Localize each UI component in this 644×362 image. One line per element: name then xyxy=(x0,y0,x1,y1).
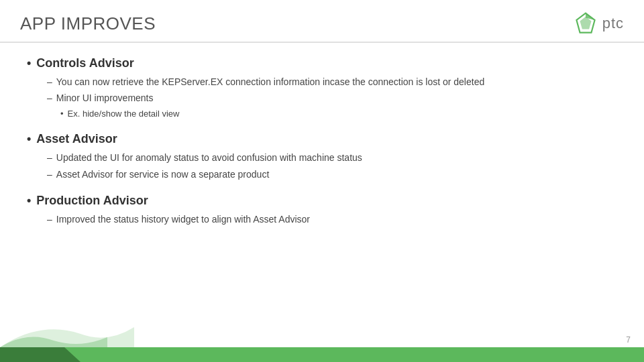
section-title-controls: • Controls Advisor xyxy=(27,56,617,70)
production-advisor-title: Production Advisor xyxy=(36,194,148,208)
list-item: – Improved the status history widget to … xyxy=(47,212,617,227)
dash-icon: – xyxy=(47,150,52,165)
sub-bullet-icon: • xyxy=(60,107,64,121)
section-production-advisor: • Production Advisor – Improved the stat… xyxy=(27,194,617,227)
slide: APP IMPROVES ptc • Controls Advisor – Yo… xyxy=(0,0,644,362)
bottom-bar xyxy=(0,347,644,362)
controls-sub-text-1: You can now retrieve the KEPServer.EX co… xyxy=(56,74,617,89)
controls-sub-sub-items: • Ex. hide/show the detail view xyxy=(47,107,617,121)
controls-sub-text-2: Minor UI improvements xyxy=(56,90,617,105)
asset-sub-text-1: Updated the UI for anomaly status to avo… xyxy=(56,150,617,165)
dash-icon: – xyxy=(47,74,52,89)
ptc-logo-icon xyxy=(574,12,597,35)
list-item: • Ex. hide/show the detail view xyxy=(60,107,617,121)
section-controls-advisor: • Controls Advisor – You can now retriev… xyxy=(27,56,617,120)
list-item: – Updated the UI for anomaly status to a… xyxy=(47,150,617,165)
list-item: – Minor UI improvements xyxy=(47,90,617,105)
dash-icon: – xyxy=(47,212,52,227)
production-sub-text-1: Improved the status history widget to al… xyxy=(56,212,617,227)
section-asset-advisor: • Asset Advisor – Updated the UI for ano… xyxy=(27,132,617,182)
page-number: 7 xyxy=(626,335,631,345)
list-item: – Asset Advisor for service is now a sep… xyxy=(47,167,617,182)
asset-advisor-subitems: – Updated the UI for anomaly status to a… xyxy=(27,150,617,182)
bullet-controls: • xyxy=(27,56,31,70)
content: • Controls Advisor – You can now retriev… xyxy=(0,43,644,245)
ptc-logo-text: ptc xyxy=(602,15,624,32)
dash-icon: – xyxy=(47,90,52,105)
header: APP IMPROVES ptc xyxy=(0,0,644,43)
asset-advisor-title: Asset Advisor xyxy=(36,132,117,146)
list-item: – You can now retrieve the KEPServer.EX … xyxy=(47,74,617,89)
production-advisor-subitems: – Improved the status history widget to … xyxy=(27,212,617,227)
bottom-bar-accent xyxy=(0,347,80,362)
section-title-production: • Production Advisor xyxy=(27,194,617,208)
section-title-asset: • Asset Advisor xyxy=(27,132,617,146)
controls-advisor-title: Controls Advisor xyxy=(36,56,133,70)
page-title: APP IMPROVES xyxy=(20,13,156,34)
bottom-decoration xyxy=(0,307,134,347)
ptc-logo: ptc xyxy=(574,12,624,35)
dash-icon: – xyxy=(47,167,52,182)
asset-sub-text-2: Asset Advisor for service is now a separ… xyxy=(56,167,617,182)
controls-advisor-subitems: – You can now retrieve the KEPServer.EX … xyxy=(27,74,617,120)
controls-subsub-text-1: Ex. hide/show the detail view xyxy=(68,107,180,121)
bullet-asset: • xyxy=(27,132,31,146)
bullet-production: • xyxy=(27,194,31,208)
